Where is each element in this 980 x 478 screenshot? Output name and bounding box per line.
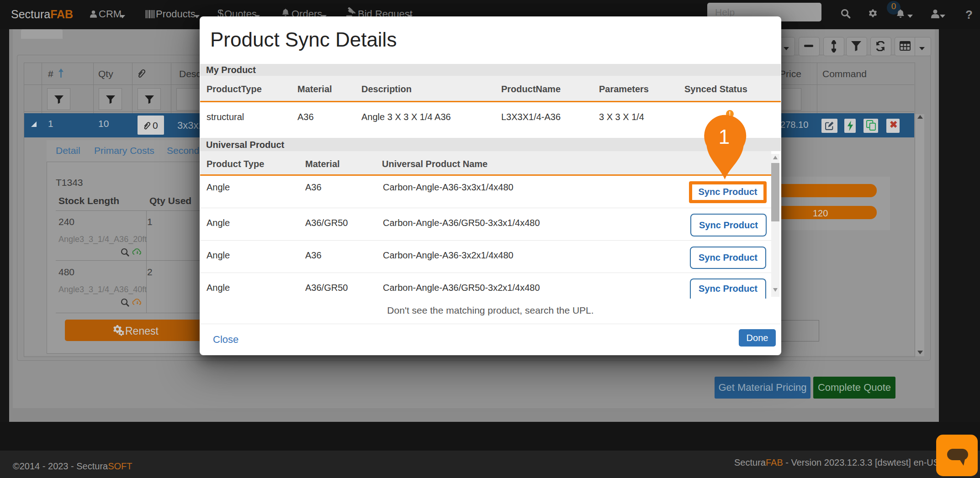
- svg-text:1: 1: [719, 126, 730, 148]
